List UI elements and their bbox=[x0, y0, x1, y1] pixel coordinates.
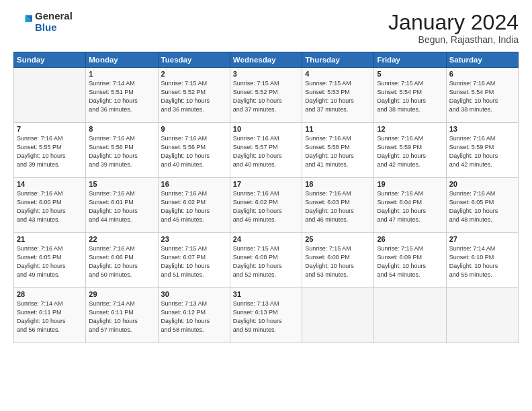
logo-icon bbox=[13, 13, 32, 32]
day-number: 6 bbox=[449, 70, 515, 78]
day-number: 17 bbox=[233, 180, 299, 188]
weekday-header: Tuesday bbox=[158, 52, 230, 68]
weekday-header: Friday bbox=[374, 52, 446, 68]
location: Begun, Rajasthan, India bbox=[388, 34, 519, 45]
calendar-cell: 25Sunrise: 7:15 AM Sunset: 6:08 PM Dayli… bbox=[302, 233, 374, 288]
day-number: 14 bbox=[17, 180, 83, 188]
calendar-cell bbox=[302, 288, 374, 343]
day-number: 19 bbox=[377, 180, 443, 188]
day-info: Sunrise: 7:16 AM Sunset: 6:04 PM Dayligh… bbox=[377, 189, 443, 224]
day-number: 15 bbox=[89, 180, 154, 188]
day-number: 16 bbox=[161, 180, 227, 188]
calendar-page: General Blue January 2024 Begun, Rajasth… bbox=[0, 0, 532, 411]
day-info: Sunrise: 7:16 AM Sunset: 5:57 PM Dayligh… bbox=[233, 134, 299, 169]
calendar-cell: 27Sunrise: 7:14 AM Sunset: 6:10 PM Dayli… bbox=[446, 233, 518, 288]
day-number: 27 bbox=[449, 235, 515, 243]
calendar-cell: 18Sunrise: 7:16 AM Sunset: 6:03 PM Dayli… bbox=[302, 178, 374, 233]
calendar-header: SundayMondayTuesdayWednesdayThursdayFrid… bbox=[14, 52, 519, 68]
day-info: Sunrise: 7:14 AM Sunset: 5:51 PM Dayligh… bbox=[89, 79, 154, 114]
calendar-cell: 10Sunrise: 7:16 AM Sunset: 5:57 PM Dayli… bbox=[230, 123, 302, 178]
day-info: Sunrise: 7:16 AM Sunset: 5:56 PM Dayligh… bbox=[89, 134, 154, 169]
day-number: 9 bbox=[161, 125, 227, 133]
calendar-cell: 22Sunrise: 7:16 AM Sunset: 6:06 PM Dayli… bbox=[86, 233, 158, 288]
day-info: Sunrise: 7:16 AM Sunset: 5:55 PM Dayligh… bbox=[17, 134, 83, 169]
day-number: 12 bbox=[377, 125, 443, 133]
day-info: Sunrise: 7:16 AM Sunset: 6:01 PM Dayligh… bbox=[89, 189, 154, 224]
day-number: 10 bbox=[233, 125, 299, 133]
day-info: Sunrise: 7:16 AM Sunset: 5:54 PM Dayligh… bbox=[449, 79, 515, 114]
day-number: 23 bbox=[161, 235, 227, 243]
calendar-cell: 16Sunrise: 7:16 AM Sunset: 6:02 PM Dayli… bbox=[158, 178, 230, 233]
calendar-week-row: 21Sunrise: 7:16 AM Sunset: 6:05 PM Dayli… bbox=[14, 233, 519, 288]
calendar-cell: 26Sunrise: 7:15 AM Sunset: 6:09 PM Dayli… bbox=[374, 233, 446, 288]
day-number: 5 bbox=[377, 70, 443, 78]
calendar-cell: 9Sunrise: 7:16 AM Sunset: 5:56 PM Daylig… bbox=[158, 123, 230, 178]
month-title: January 2024 bbox=[388, 11, 519, 34]
calendar-cell: 28Sunrise: 7:14 AM Sunset: 6:11 PM Dayli… bbox=[14, 288, 86, 343]
page-header: General Blue January 2024 Begun, Rajasth… bbox=[13, 11, 519, 45]
calendar-cell: 2Sunrise: 7:15 AM Sunset: 5:52 PM Daylig… bbox=[158, 68, 230, 123]
day-info: Sunrise: 7:16 AM Sunset: 5:58 PM Dayligh… bbox=[305, 134, 371, 169]
day-info: Sunrise: 7:13 AM Sunset: 6:12 PM Dayligh… bbox=[161, 300, 227, 334]
calendar-week-row: 14Sunrise: 7:16 AM Sunset: 6:00 PM Dayli… bbox=[14, 178, 519, 233]
calendar-table: SundayMondayTuesdayWednesdayThursdayFrid… bbox=[13, 52, 519, 343]
calendar-cell: 3Sunrise: 7:15 AM Sunset: 5:52 PM Daylig… bbox=[230, 68, 302, 123]
calendar-cell bbox=[14, 68, 86, 123]
title-block: January 2024 Begun, Rajasthan, India bbox=[388, 11, 519, 45]
calendar-week-row: 28Sunrise: 7:14 AM Sunset: 6:11 PM Dayli… bbox=[14, 288, 519, 343]
logo-general: General bbox=[35, 11, 73, 22]
day-info: Sunrise: 7:15 AM Sunset: 6:08 PM Dayligh… bbox=[305, 244, 371, 279]
calendar-cell: 21Sunrise: 7:16 AM Sunset: 6:05 PM Dayli… bbox=[14, 233, 86, 288]
calendar-body: 1Sunrise: 7:14 AM Sunset: 5:51 PM Daylig… bbox=[14, 68, 519, 343]
day-info: Sunrise: 7:14 AM Sunset: 6:11 PM Dayligh… bbox=[17, 300, 83, 334]
day-number: 7 bbox=[17, 125, 83, 133]
day-number: 1 bbox=[89, 70, 154, 78]
calendar-cell bbox=[374, 288, 446, 343]
day-info: Sunrise: 7:16 AM Sunset: 5:59 PM Dayligh… bbox=[449, 134, 515, 169]
calendar-week-row: 1Sunrise: 7:14 AM Sunset: 5:51 PM Daylig… bbox=[14, 68, 519, 123]
logo: General Blue bbox=[13, 11, 73, 33]
weekday-header: Wednesday bbox=[230, 52, 302, 68]
calendar-cell: 24Sunrise: 7:15 AM Sunset: 6:08 PM Dayli… bbox=[230, 233, 302, 288]
calendar-cell: 12Sunrise: 7:16 AM Sunset: 5:59 PM Dayli… bbox=[374, 123, 446, 178]
day-number: 3 bbox=[233, 70, 299, 78]
logo-blue: Blue bbox=[35, 22, 73, 34]
day-number: 30 bbox=[161, 290, 227, 298]
calendar-cell: 23Sunrise: 7:15 AM Sunset: 6:07 PM Dayli… bbox=[158, 233, 230, 288]
day-number: 31 bbox=[233, 290, 299, 298]
weekday-header: Thursday bbox=[302, 52, 374, 68]
calendar-cell: 30Sunrise: 7:13 AM Sunset: 6:12 PM Dayli… bbox=[158, 288, 230, 343]
day-info: Sunrise: 7:15 AM Sunset: 5:52 PM Dayligh… bbox=[233, 79, 299, 114]
day-info: Sunrise: 7:16 AM Sunset: 6:02 PM Dayligh… bbox=[161, 189, 227, 224]
day-info: Sunrise: 7:15 AM Sunset: 5:54 PM Dayligh… bbox=[377, 79, 443, 114]
calendar-cell: 20Sunrise: 7:16 AM Sunset: 6:05 PM Dayli… bbox=[446, 178, 518, 233]
day-info: Sunrise: 7:15 AM Sunset: 6:07 PM Dayligh… bbox=[161, 244, 227, 279]
day-info: Sunrise: 7:14 AM Sunset: 6:11 PM Dayligh… bbox=[89, 300, 154, 334]
calendar-cell: 15Sunrise: 7:16 AM Sunset: 6:01 PM Dayli… bbox=[86, 178, 158, 233]
day-number: 25 bbox=[305, 235, 371, 243]
day-info: Sunrise: 7:15 AM Sunset: 5:53 PM Dayligh… bbox=[305, 79, 371, 114]
calendar-cell: 5Sunrise: 7:15 AM Sunset: 5:54 PM Daylig… bbox=[374, 68, 446, 123]
day-number: 11 bbox=[305, 125, 371, 133]
day-info: Sunrise: 7:15 AM Sunset: 5:52 PM Dayligh… bbox=[161, 79, 227, 114]
calendar-cell: 7Sunrise: 7:16 AM Sunset: 5:55 PM Daylig… bbox=[14, 123, 86, 178]
day-number: 4 bbox=[305, 70, 371, 78]
day-info: Sunrise: 7:16 AM Sunset: 6:06 PM Dayligh… bbox=[89, 244, 154, 279]
day-number: 22 bbox=[89, 235, 154, 243]
day-number: 13 bbox=[449, 125, 515, 133]
weekday-header: Sunday bbox=[14, 52, 86, 68]
calendar-cell bbox=[446, 288, 518, 343]
weekday-row: SundayMondayTuesdayWednesdayThursdayFrid… bbox=[14, 52, 519, 68]
calendar-cell: 13Sunrise: 7:16 AM Sunset: 5:59 PM Dayli… bbox=[446, 123, 518, 178]
day-info: Sunrise: 7:15 AM Sunset: 6:09 PM Dayligh… bbox=[377, 244, 443, 279]
calendar-cell: 8Sunrise: 7:16 AM Sunset: 5:56 PM Daylig… bbox=[86, 123, 158, 178]
day-info: Sunrise: 7:16 AM Sunset: 6:02 PM Dayligh… bbox=[233, 189, 299, 224]
day-number: 29 bbox=[89, 290, 154, 298]
calendar-cell: 14Sunrise: 7:16 AM Sunset: 6:00 PM Dayli… bbox=[14, 178, 86, 233]
calendar-cell: 29Sunrise: 7:14 AM Sunset: 6:11 PM Dayli… bbox=[86, 288, 158, 343]
logo-text: General Blue bbox=[35, 11, 73, 33]
day-number: 21 bbox=[17, 235, 83, 243]
calendar-week-row: 7Sunrise: 7:16 AM Sunset: 5:55 PM Daylig… bbox=[14, 123, 519, 178]
day-info: Sunrise: 7:16 AM Sunset: 6:03 PM Dayligh… bbox=[305, 189, 371, 224]
day-number: 2 bbox=[161, 70, 227, 78]
